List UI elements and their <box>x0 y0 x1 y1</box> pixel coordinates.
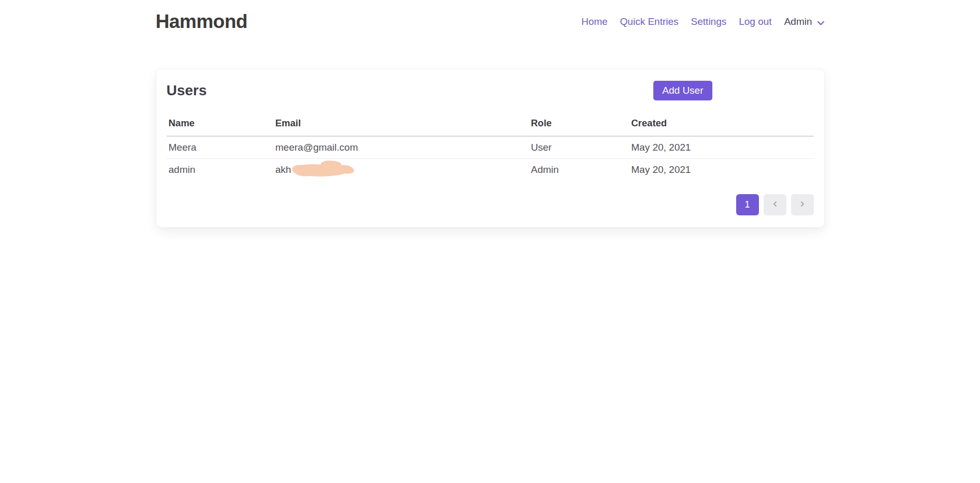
nav-link-logout[interactable]: Log out <box>739 16 771 27</box>
cell-email-visible-text: akh <box>275 164 291 175</box>
cell-name: admin <box>167 159 273 181</box>
table-row: Meera meera@gmail.com User May 20, 2021 <box>167 136 814 159</box>
user-menu-toggle[interactable]: Admin <box>784 16 825 28</box>
column-header-email: Email <box>273 113 529 136</box>
cell-role: Admin <box>529 159 630 181</box>
card-header: Users Add User <box>167 81 814 100</box>
pagination-prev-button[interactable] <box>764 194 786 215</box>
users-card: Users Add User Name Email Role Created M… <box>156 69 825 228</box>
user-menu-label: Admin <box>784 16 812 27</box>
page-title: Users <box>167 82 207 99</box>
chevron-down-icon <box>817 17 825 28</box>
cell-email: akh <box>273 159 529 181</box>
nav-link-settings[interactable]: Settings <box>691 16 727 27</box>
chevron-right-icon <box>799 199 806 210</box>
cell-name: Meera <box>167 136 273 159</box>
cell-email: meera@gmail.com <box>273 136 529 159</box>
brand-logo[interactable]: Hammond <box>156 11 247 33</box>
nav-link-quick-entries[interactable]: Quick Entries <box>620 16 679 27</box>
table-row: admin akh Admin May 20, 2021 <box>167 159 814 181</box>
main-content: Users Add User Name Email Role Created M… <box>156 69 825 228</box>
users-table: Name Email Role Created Meera meera@gmai… <box>167 113 814 181</box>
pagination-next-button[interactable] <box>791 194 814 215</box>
redaction-scribble <box>289 159 360 179</box>
nav-link-home[interactable]: Home <box>581 16 608 27</box>
pagination: 1 <box>167 194 814 215</box>
cell-created: May 20, 2021 <box>629 136 813 159</box>
pagination-page-1[interactable]: 1 <box>736 194 759 215</box>
column-header-name: Name <box>167 113 273 136</box>
column-header-role: Role <box>529 113 630 136</box>
cell-role: User <box>529 136 630 159</box>
chevron-left-icon <box>772 199 778 210</box>
table-header: Name Email Role Created <box>167 113 814 136</box>
main-nav: Home Quick Entries Settings Log out Admi… <box>581 16 825 28</box>
add-user-button[interactable]: Add User <box>653 81 712 100</box>
cell-created: May 20, 2021 <box>629 159 813 181</box>
column-header-created: Created <box>629 113 813 136</box>
site-header: Hammond Home Quick Entries Settings Log … <box>156 0 825 36</box>
